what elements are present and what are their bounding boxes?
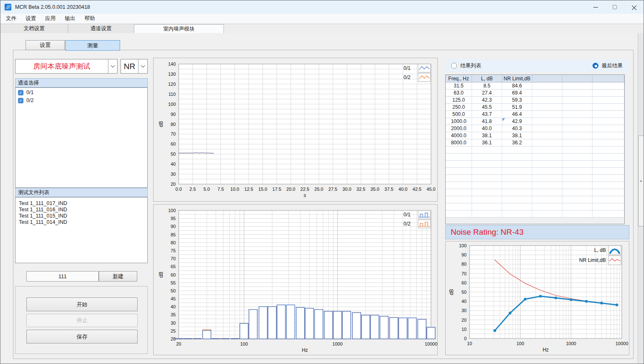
table-cell[interactable]: [502, 175, 532, 182]
table-cell[interactable]: 45.5: [472, 104, 502, 111]
table-cell[interactable]: [532, 146, 562, 154]
table-cell[interactable]: [532, 168, 562, 175]
table-cell[interactable]: [593, 189, 624, 196]
table-cell[interactable]: [562, 125, 593, 132]
table-cell[interactable]: [532, 154, 562, 161]
main-tab-1[interactable]: 通道设置: [68, 24, 134, 33]
table-cell[interactable]: [532, 118, 562, 125]
channel-checkbox[interactable]: ✓: [18, 98, 23, 103]
table-cell[interactable]: 42.3: [472, 97, 502, 104]
menu-item-4[interactable]: 帮助: [80, 15, 100, 22]
rating-dropdown-button[interactable]: [138, 59, 147, 73]
table-cell[interactable]: [446, 168, 472, 175]
table-cell[interactable]: [562, 182, 593, 189]
table-cell[interactable]: [472, 154, 502, 161]
table-cell[interactable]: [446, 189, 472, 196]
table-cell[interactable]: 36.2: [502, 139, 532, 146]
table-cell[interactable]: [472, 196, 502, 203]
table-cell[interactable]: 84.6: [502, 82, 532, 90]
table-cell[interactable]: [593, 154, 624, 161]
table-cell[interactable]: [532, 203, 562, 210]
start-button[interactable]: 开始: [26, 297, 138, 311]
rating-select[interactable]: NR: [121, 59, 148, 74]
table-cell[interactable]: 69.4: [502, 90, 532, 97]
main-tab-2[interactable]: 室内噪声模块: [134, 24, 224, 33]
table-cell[interactable]: [593, 168, 624, 175]
table-cell[interactable]: [562, 97, 593, 104]
table-cell[interactable]: [532, 104, 562, 111]
table-cell[interactable]: [532, 161, 562, 168]
tab-settings[interactable]: 设置: [26, 40, 65, 50]
table-cell[interactable]: [593, 203, 624, 210]
minimize-button[interactable]: [586, 0, 605, 14]
table-cell[interactable]: 43.7: [472, 111, 502, 118]
table-cell[interactable]: [446, 210, 472, 218]
table-cell[interactable]: [532, 82, 562, 90]
table-cell[interactable]: [502, 203, 532, 210]
table-cell[interactable]: [562, 139, 593, 146]
table-cell[interactable]: [472, 146, 502, 154]
table-cell[interactable]: [593, 196, 624, 203]
table-cell[interactable]: [593, 182, 624, 189]
table-cell[interactable]: 46.4: [502, 111, 532, 118]
table-cell[interactable]: [562, 90, 593, 97]
table-cell[interactable]: [532, 182, 562, 189]
table-cell[interactable]: [593, 90, 624, 97]
table-cell[interactable]: [446, 182, 472, 189]
side-splitter-thumb[interactable]: <: [638, 136, 644, 226]
menu-item-3[interactable]: 输出: [60, 15, 80, 22]
last-result-option[interactable]: 最后结果: [593, 62, 623, 69]
main-tab-0[interactable]: 文档设置: [0, 24, 68, 33]
new-button[interactable]: 新建: [99, 271, 137, 282]
table-cell[interactable]: [502, 146, 532, 154]
table-cell[interactable]: 51.9: [502, 104, 532, 111]
table-cell[interactable]: [532, 189, 562, 196]
table-cell[interactable]: [446, 175, 472, 182]
table-cell[interactable]: 63.0: [446, 90, 472, 97]
result-list-option[interactable]: 结果列表: [451, 62, 481, 69]
table-cell[interactable]: 500.0: [446, 111, 472, 118]
table-cell[interactable]: [593, 82, 624, 90]
table-cell[interactable]: 59.3: [502, 97, 532, 104]
table-cell[interactable]: [472, 175, 502, 182]
table-cell[interactable]: 8000.0: [446, 139, 472, 146]
table-cell[interactable]: [562, 154, 593, 161]
table-cell[interactable]: [532, 97, 562, 104]
table-cell[interactable]: [593, 104, 624, 111]
table-cell[interactable]: [502, 168, 532, 175]
table-cell[interactable]: [472, 203, 502, 210]
menu-item-0[interactable]: 文件: [1, 15, 21, 22]
file-list-item[interactable]: Test 1_111_014_IND: [15, 219, 147, 226]
table-cell[interactable]: [562, 104, 593, 111]
table-cell[interactable]: [532, 125, 562, 132]
table-cell[interactable]: [562, 111, 593, 118]
table-cell[interactable]: [532, 132, 562, 139]
table-cell[interactable]: 2000.0: [446, 125, 472, 132]
table-cell[interactable]: [532, 175, 562, 182]
table-cell[interactable]: [532, 196, 562, 203]
table-cell[interactable]: [562, 196, 593, 203]
table-cell[interactable]: [593, 118, 624, 125]
table-cell[interactable]: [502, 210, 532, 218]
table-cell[interactable]: [593, 111, 624, 118]
table-cell[interactable]: [472, 161, 502, 168]
table-cell[interactable]: [593, 139, 624, 146]
table-cell[interactable]: [472, 182, 502, 189]
tab-measure[interactable]: 测量: [65, 40, 120, 51]
table-cell[interactable]: [593, 210, 624, 218]
table-cell[interactable]: [502, 196, 532, 203]
table-cell[interactable]: [593, 146, 624, 154]
table-cell[interactable]: 42.9: [502, 118, 532, 125]
table-cell[interactable]: [562, 203, 593, 210]
table-cell[interactable]: 40.0: [472, 125, 502, 132]
table-cell[interactable]: 1000.0: [446, 118, 472, 125]
table-cell[interactable]: [446, 146, 472, 154]
table-cell[interactable]: [562, 82, 593, 90]
table-cell[interactable]: 27.4: [472, 90, 502, 97]
table-cell[interactable]: [472, 210, 502, 218]
table-cell[interactable]: [593, 175, 624, 182]
channel-row-1[interactable]: ✓0/2: [15, 97, 147, 104]
channel-row-0[interactable]: ✓0/1: [15, 89, 147, 96]
table-cell[interactable]: [446, 161, 472, 168]
table-cell[interactable]: [593, 161, 624, 168]
